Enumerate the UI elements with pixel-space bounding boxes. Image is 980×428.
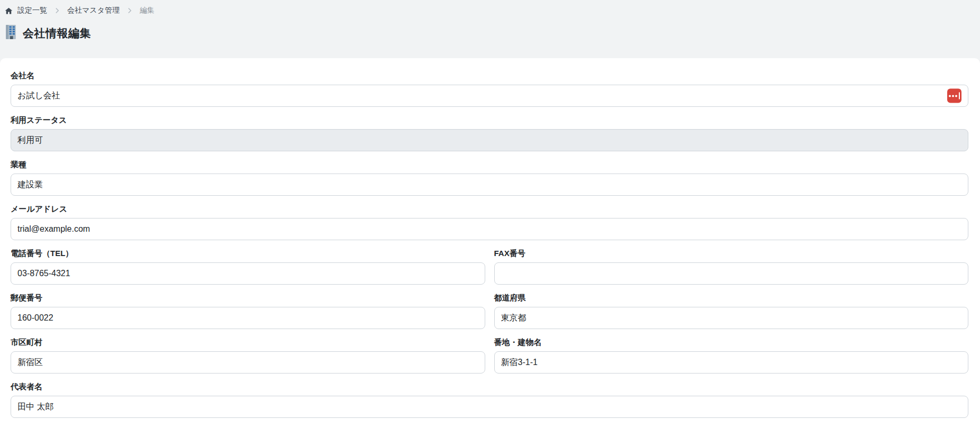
page-title: 会社情報編集	[23, 26, 91, 41]
form-row-representative: 代表者名	[11, 382, 968, 418]
prefecture-input[interactable]	[494, 307, 969, 329]
email-input[interactable]	[11, 218, 968, 240]
form-row-industry: 業種	[11, 160, 968, 196]
prefecture-label: 都道府県	[494, 293, 969, 303]
chevron-right-icon	[126, 7, 133, 14]
form-row-tel-fax: 電話番号（TEL） FAX番号	[11, 249, 968, 285]
form-row-usage-status: 利用ステータス	[11, 115, 968, 151]
postal-code-field: 郵便番号	[11, 293, 485, 329]
postal-code-label: 郵便番号	[11, 293, 485, 303]
city-field: 市区町村	[11, 338, 485, 374]
company-edit-card: 会社名 利用ステータス 業種 メールアドレス 電話番号（TEL） FAX番号	[0, 58, 980, 428]
city-label: 市区町村	[11, 338, 485, 347]
industry-input[interactable]	[11, 174, 968, 196]
chevron-right-icon	[53, 7, 61, 14]
company-name-label: 会社名	[11, 71, 968, 80]
company-name-input[interactable]	[11, 85, 968, 107]
page-header: 会社情報編集	[4, 24, 980, 42]
address-label: 番地・建物名	[494, 338, 969, 347]
password-manager-icon[interactable]	[947, 89, 961, 103]
usage-status-label: 利用ステータス	[11, 115, 968, 125]
industry-label: 業種	[11, 160, 968, 169]
breadcrumb-item-edit: 編集	[140, 6, 155, 15]
tel-input[interactable]	[11, 262, 485, 285]
form-row-company-name: 会社名	[11, 71, 968, 107]
representative-input[interactable]	[11, 396, 968, 418]
fax-field: FAX番号	[494, 249, 969, 285]
fax-input[interactable]	[494, 262, 969, 285]
usage-status-input	[11, 129, 968, 151]
form-row-postal-prefecture: 郵便番号 都道府県	[11, 293, 968, 329]
representative-label: 代表者名	[11, 382, 968, 391]
form-row-city-address: 市区町村 番地・建物名	[11, 338, 968, 374]
address-field: 番地・建物名	[494, 338, 969, 374]
form-row-email: メールアドレス	[11, 204, 968, 240]
address-input[interactable]	[494, 351, 969, 374]
office-building-icon	[4, 24, 17, 42]
tel-label: 電話番号（TEL）	[11, 249, 485, 258]
prefecture-field: 都道府県	[494, 293, 969, 329]
email-label: メールアドレス	[11, 204, 968, 214]
tel-field: 電話番号（TEL）	[11, 249, 485, 285]
city-input[interactable]	[11, 351, 485, 374]
breadcrumb-item-company-master[interactable]: 会社マスタ管理	[67, 6, 120, 15]
postal-code-input[interactable]	[11, 307, 485, 329]
breadcrumb: 設定一覧 会社マスタ管理 編集	[0, 0, 980, 15]
home-icon[interactable]	[5, 7, 13, 15]
breadcrumb-item-settings[interactable]: 設定一覧	[17, 6, 47, 15]
fax-label: FAX番号	[494, 249, 969, 258]
